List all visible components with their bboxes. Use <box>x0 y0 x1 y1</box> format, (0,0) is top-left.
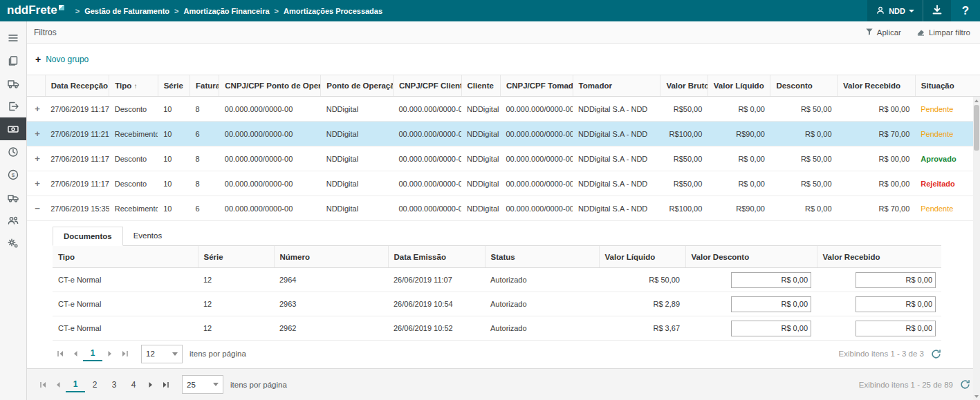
table-row[interactable]: + 27/06/2019 11:21 Recebimento 10 6 00.0… <box>27 122 980 146</box>
breadcrumb-item[interactable]: Gestão de Faturamento <box>84 7 169 15</box>
col-cnpj-tomador[interactable]: CNPJ/CPF Tomador <box>500 75 573 97</box>
col-cnpj-ponto[interactable]: CNPJ/CPF Ponto de Operação <box>219 75 321 97</box>
first-page-button[interactable] <box>53 346 68 361</box>
cell-status: Autorizado <box>485 292 599 316</box>
refresh-button[interactable] <box>931 349 941 359</box>
col-tipo[interactable]: Tipo <box>53 246 198 268</box>
valor-desconto-input[interactable] <box>731 321 811 336</box>
prev-page-button[interactable] <box>50 377 66 392</box>
col-status[interactable]: Status <box>485 246 599 268</box>
col-situacao[interactable]: Situação <box>915 75 980 97</box>
breadcrumb-item[interactable]: Amortização Financeira <box>183 7 269 15</box>
documents-icon[interactable] <box>0 49 26 72</box>
table-row[interactable]: + 27/06/2019 11:17 Desconto 10 8 00.000.… <box>27 146 980 171</box>
download-button[interactable] <box>923 0 951 21</box>
cell-fatura: 6 <box>190 196 219 221</box>
first-page-button[interactable] <box>35 377 50 392</box>
col-valor-recebido[interactable]: Valor Recebido <box>817 246 941 268</box>
prev-page-button[interactable] <box>68 346 83 361</box>
cell-valor-liquido: R$90,00 <box>708 196 770 221</box>
valor-desconto-input[interactable] <box>731 296 811 312</box>
col-valor-recebido[interactable]: Valor Recebido <box>838 75 916 97</box>
document-row[interactable]: CT-e Normal 12 2964 26/06/2019 11:07 Aut… <box>53 268 941 292</box>
expand-row-button[interactable]: + <box>33 153 42 164</box>
collapse-row-button[interactable]: − <box>33 203 42 213</box>
col-label: Série <box>204 253 223 261</box>
user-menu[interactable]: NDD <box>867 0 923 21</box>
app-logo-text: nddFrete <box>7 4 57 17</box>
topbar-actions: NDD ? <box>867 0 980 21</box>
valor-recebido-input[interactable] <box>856 272 936 288</box>
history-icon[interactable] <box>0 140 26 163</box>
scroll-up-icon[interactable] <box>973 97 980 104</box>
truck-icon[interactable] <box>0 72 26 95</box>
col-cnpj-cliente[interactable]: CNPJ/CPF Cliente <box>393 75 461 97</box>
new-group-label: Novo grupo <box>46 55 89 64</box>
currency-icon[interactable]: $ <box>0 163 26 186</box>
col-data-recepcao[interactable]: Data Recepção <box>45 75 109 97</box>
table-row[interactable]: − 27/06/2019 15:35 Recebimento 10 6 00.0… <box>27 196 980 221</box>
last-page-button[interactable] <box>158 377 174 392</box>
page-number[interactable]: 4 <box>124 378 143 392</box>
expand-row-button[interactable]: + <box>33 178 42 189</box>
last-page-button[interactable] <box>118 346 133 361</box>
page-number[interactable]: 2 <box>85 378 104 392</box>
fleet-icon[interactable] <box>0 186 26 209</box>
new-group-button[interactable]: + Novo grupo <box>27 44 118 75</box>
billing-icon[interactable] <box>0 117 26 140</box>
table-row[interactable]: + 27/06/2019 11:17 Desconto 10 8 00.000.… <box>27 171 980 196</box>
col-valor-liquido[interactable]: Valor Líquido <box>599 246 685 268</box>
page-size-select[interactable]: 12 <box>141 345 183 363</box>
cell-cliente: NDDigital <box>461 97 500 122</box>
tab-eventos[interactable]: Eventos <box>123 227 173 246</box>
clear-filter-button[interactable]: Limpar filtro <box>916 28 970 37</box>
col-fatura[interactable]: Fatura <box>190 75 219 97</box>
col-numero[interactable]: Número <box>274 246 388 268</box>
col-desconto[interactable]: Desconto <box>770 75 838 97</box>
col-serie[interactable]: Série <box>198 246 274 268</box>
page-size-select[interactable]: 25 <box>182 375 223 394</box>
expand-row-button[interactable]: + <box>33 104 42 114</box>
help-button[interactable]: ? <box>951 0 980 21</box>
next-page-button[interactable] <box>143 377 158 392</box>
menu-icon[interactable] <box>0 26 26 49</box>
col-valor-desconto[interactable]: Valor Desconto <box>685 246 817 268</box>
col-cliente[interactable]: Cliente <box>461 75 500 97</box>
cell-serie: 12 <box>198 292 274 316</box>
valor-desconto-input[interactable] <box>731 272 811 288</box>
col-data-emissao[interactable]: Data Emissão <box>388 246 485 268</box>
scroll-down-icon[interactable] <box>973 392 980 400</box>
col-valor-liquido[interactable]: Valor Líquido <box>708 75 770 97</box>
apply-filter-button[interactable]: Aplicar <box>865 28 901 37</box>
cell-cnpj-cliente: 00.000.000/0000-00 <box>393 122 461 146</box>
cell-cnpj-cliente: 00.000.000/0000-00 <box>393 196 461 221</box>
vertical-scrollbar[interactable] <box>973 97 980 400</box>
scrollbar-thumb[interactable] <box>974 105 979 151</box>
col-label: Status <box>491 253 515 261</box>
page-number[interactable]: 1 <box>66 377 85 392</box>
valor-recebido-input[interactable] <box>856 321 936 336</box>
col-serie[interactable]: Série <box>158 75 189 97</box>
refresh-button[interactable] <box>960 379 970 390</box>
status-badge: Pendente <box>921 204 953 213</box>
per-page-label: itens por página <box>230 381 287 389</box>
page-number[interactable]: 3 <box>104 378 124 392</box>
next-page-button[interactable] <box>102 346 118 361</box>
settings-icon[interactable] <box>0 231 26 254</box>
col-valor-bruto[interactable]: Valor Bruto <box>660 75 708 97</box>
document-row[interactable]: CT-e Normal 12 2963 26/06/2019 10:54 Aut… <box>53 292 941 316</box>
page-number[interactable]: 1 <box>83 346 102 361</box>
table-row[interactable]: + 27/06/2019 11:17 Desconto 10 8 00.000.… <box>27 97 980 122</box>
valor-recebido-input[interactable] <box>856 296 936 312</box>
app-logo[interactable]: nddFrete <box>7 4 64 17</box>
col-tomador[interactable]: Tomador <box>573 75 660 97</box>
main-content: Filtros Aplicar Limpar filtro + Novo gru… <box>27 21 980 400</box>
col-ponto-operacao[interactable]: Ponto de Operação <box>321 75 394 97</box>
breadcrumb-item[interactable]: Amortizações Processadas <box>284 7 382 15</box>
col-tipo[interactable]: Tipo ↑ <box>109 75 158 97</box>
document-row[interactable]: CT-e Normal 12 2962 26/06/2019 10:52 Aut… <box>53 316 941 341</box>
expand-row-button[interactable]: + <box>33 128 42 139</box>
users-icon[interactable] <box>0 209 26 231</box>
tab-documentos[interactable]: Documentos <box>53 227 123 246</box>
export-icon[interactable] <box>0 95 26 117</box>
